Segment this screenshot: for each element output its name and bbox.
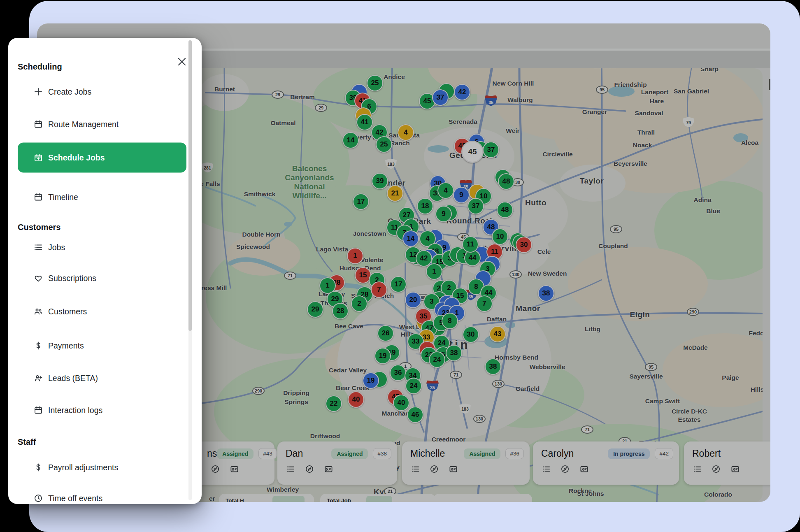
list-icon: [34, 243, 43, 252]
sidebar-item-label: Time off events: [48, 494, 102, 503]
sidebar-item-label: Subscriptions: [48, 274, 96, 283]
close-icon[interactable]: [177, 57, 187, 67]
sidebar-item-leads-beta[interactable]: Leads (BETA): [8, 368, 186, 388]
sidebar-item-label: Interaction logs: [48, 406, 102, 415]
sidebar-item-label: Payments: [48, 341, 84, 351]
sidebar-item-create-jobs[interactable]: Create Jobs: [8, 81, 186, 102]
page: AndiceBurnetBertramOatmealLiberty HillSa…: [0, 0, 800, 532]
scheduling-menu-panel: SchedulingCreate JobsRoute ManagementSch…: [8, 38, 202, 504]
calendar-icon: [34, 120, 43, 129]
sidebar-item-label: Route Management: [48, 120, 119, 129]
sidebar-item-label: Customers: [48, 307, 87, 316]
clock-icon: [34, 494, 43, 503]
sidebar-item-label: Jobs: [48, 243, 65, 252]
sidebar-item-payroll-adjustments[interactable]: Payroll adjustments: [8, 457, 186, 478]
dollar-icon: [34, 341, 43, 350]
sidebar-item-timeline[interactable]: Timeline: [8, 187, 186, 207]
sidebar-item-label: Leads (BETA): [48, 374, 98, 383]
section-heading-staff: Staff: [18, 437, 36, 447]
sidebar-item-time-off-events[interactable]: Time off events: [8, 488, 186, 504]
sidebar-item-schedule-jobs[interactable]: Schedule Jobs: [18, 143, 186, 173]
section-heading-scheduling: Scheduling: [18, 62, 62, 72]
sidebar-item-subscriptions[interactable]: Subscriptions: [8, 268, 186, 288]
sidebar-item-label: Schedule Jobs: [48, 153, 105, 163]
sidebar-item-payments[interactable]: Payments: [8, 335, 186, 356]
user-plus-icon: [34, 374, 43, 383]
plus-icon: [34, 87, 43, 96]
calendar-icon: [34, 406, 43, 415]
sidebar-item-route-management[interactable]: Route Management: [8, 114, 186, 135]
heart-icon: [34, 274, 43, 283]
dollar-icon: [34, 463, 43, 472]
users-icon: [34, 307, 43, 316]
sidebar-item-customers[interactable]: Customers: [8, 301, 186, 322]
sidebar-item-label: Create Jobs: [48, 87, 91, 97]
section-heading-customers: Customers: [18, 223, 60, 232]
calendar-icon: [34, 193, 43, 202]
sidebar-item-label: Payroll adjustments: [48, 463, 118, 472]
calendar-plus-icon: [34, 153, 43, 162]
sidebar-item-interaction-logs[interactable]: Interaction logs: [8, 400, 186, 420]
sidebar-scrollbar-thumb[interactable]: [188, 40, 192, 331]
sidebar-item-label: Timeline: [48, 193, 78, 202]
sidebar-item-jobs[interactable]: Jobs: [8, 237, 186, 258]
